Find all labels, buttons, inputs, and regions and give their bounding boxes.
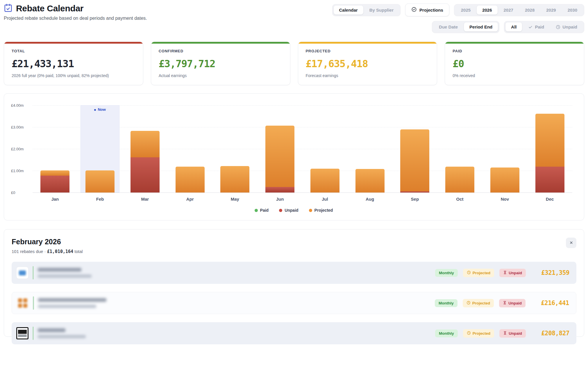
card-subtitle: 0% received (453, 73, 576, 78)
year-tab-2028[interactable]: 2028 (519, 6, 540, 15)
bar-segment-unpaid (40, 176, 69, 193)
now-marker-label: Now (98, 107, 106, 112)
y-axis-tick-label: £2.00m (11, 147, 28, 151)
stacked-bar (400, 129, 429, 193)
legend-dot (279, 209, 282, 212)
bar-segment-projected (40, 170, 69, 176)
year-tab-2030[interactable]: 2030 (562, 6, 583, 15)
year-tab-2025[interactable]: 2025 (455, 6, 476, 15)
chart-month-column-sep[interactable] (392, 105, 437, 193)
chart-month-column-apr[interactable] (167, 105, 212, 193)
supplier-name-redacted (38, 298, 106, 308)
status-filter-option-unpaid[interactable]: Unpaid (550, 22, 583, 31)
bar-segment-projected (355, 169, 385, 193)
panel-subtitle-amount: £1,010,164 (47, 249, 73, 254)
rebate-row[interactable]: MonthlyProjectedUnpaid£321,359 (12, 262, 576, 284)
rebate-amount: £216,441 (531, 300, 569, 307)
redacted-supplier-name (38, 328, 65, 332)
stacked-bar (131, 131, 160, 193)
year-tab-2029[interactable]: 2029 (541, 6, 561, 15)
bar-segment-unpaid (535, 167, 564, 193)
row-badges: MonthlyProjectedUnpaid£216,441 (435, 299, 569, 307)
row-badges: MonthlyProjectedUnpaid£321,359 (435, 269, 569, 277)
stacked-bar (445, 167, 474, 193)
bar-segment-projected (176, 167, 205, 193)
stacked-bar (310, 169, 339, 193)
projections-button[interactable]: Projections (405, 3, 449, 16)
legend-label: Projected (314, 208, 333, 213)
supplier-logo (16, 327, 28, 339)
view-option-calendar[interactable]: Calendar (334, 6, 363, 15)
card-subtitle: 2026 full year (0% paid, 100% unpaid, 82… (12, 73, 135, 78)
page-subtitle: Projected rebate schedule based on deal … (4, 16, 147, 21)
supplier-name-redacted (38, 328, 86, 338)
chart-legend: PaidUnpaidProjected (11, 208, 576, 215)
year-tab-label: 2025 (461, 8, 471, 13)
x-axis-label-feb: Feb (78, 197, 123, 202)
view-option-by-supplier[interactable]: By Supplier (364, 6, 399, 15)
y-axis-tick-label: £0 (11, 190, 28, 195)
bar-segment-projected (265, 126, 294, 187)
now-marker: Now (78, 107, 123, 112)
stacked-bar (535, 114, 564, 193)
date-mode-option-label: Period End (469, 24, 492, 29)
summary-card-projected: PROJECTED£17,635,418Forecast earnings (298, 42, 437, 85)
row-accent-bar (33, 266, 34, 279)
chart-month-column-jun[interactable] (258, 105, 303, 193)
forecast-status-badge: Projected (463, 299, 494, 307)
view-toggle: CalendarBy Supplier (332, 4, 401, 16)
clock-icon (556, 25, 560, 29)
card-label: TOTAL (12, 49, 135, 53)
bar-segment-projected (85, 170, 115, 193)
card-value: £17,635,418 (306, 58, 430, 70)
chart-bars-area: Now (33, 105, 572, 193)
card-accent-bar (445, 42, 584, 44)
page-title: Rebate Calendar (16, 3, 83, 13)
status-filter-option-paid[interactable]: Paid (523, 22, 550, 31)
card-accent-bar (151, 42, 290, 44)
chart-month-column-dec[interactable] (527, 105, 572, 193)
supplier-logo (17, 297, 29, 309)
chart-month-column-feb[interactable]: Now (78, 105, 123, 193)
legend-dot (255, 209, 258, 212)
month-detail-panel: February 2026 101 rebates due · £1,010,1… (4, 229, 584, 337)
panel-close-button[interactable] (566, 238, 576, 248)
chart-month-column-nov[interactable] (482, 105, 528, 193)
x-axis-label-dec: Dec (527, 197, 572, 202)
bar-segment-projected (445, 167, 474, 193)
stacked-bar (220, 166, 249, 193)
rebate-row[interactable]: MonthlyProjectedUnpaid£208,827 (12, 322, 576, 344)
stacked-bar (490, 168, 519, 193)
status-filter: AllPaidUnpaid (504, 21, 584, 33)
y-axis-tick-label: £4.00m (11, 103, 28, 108)
redacted-supplier-detail (38, 335, 86, 338)
chart-month-column-aug[interactable] (347, 105, 392, 193)
year-tab-2026[interactable]: 2026 (477, 6, 497, 15)
redacted-supplier-detail (38, 305, 96, 308)
year-tab-2027[interactable]: 2027 (498, 6, 519, 15)
projections-label: Projections (419, 8, 443, 13)
chart-month-column-mar[interactable] (123, 105, 168, 193)
date-mode-toggle: Due DatePeriod End (432, 21, 499, 33)
rebate-row[interactable]: MonthlyProjectedUnpaid£216,441 (12, 292, 576, 314)
date-mode-option-due-date[interactable]: Due Date (433, 22, 463, 31)
frequency-badge: Monthly (435, 299, 457, 307)
status-filter-option-all[interactable]: All (505, 22, 522, 31)
y-axis-tick-label: £1.00m (11, 169, 28, 173)
payment-status-badge: Unpaid (499, 329, 526, 338)
card-label: PROJECTED (306, 49, 430, 53)
chart-month-column-may[interactable] (212, 105, 258, 193)
chart-month-column-oct[interactable] (437, 105, 482, 193)
date-mode-option-period-end[interactable]: Period End (464, 22, 498, 31)
chart-month-column-jan[interactable] (33, 105, 78, 193)
calendar-check-icon (4, 3, 12, 13)
stacked-bar (265, 126, 294, 193)
x-axis-label-may: May (212, 197, 258, 202)
legend-label: Paid (260, 208, 269, 213)
chart-month-column-jul[interactable] (303, 105, 348, 193)
stacked-bar (40, 170, 69, 193)
card-value: £0 (453, 58, 576, 70)
summary-card-total: TOTAL£21,433,1312026 full year (0% paid,… (4, 42, 143, 85)
bar-segment-unpaid (400, 191, 429, 193)
stacked-bar (355, 169, 385, 193)
